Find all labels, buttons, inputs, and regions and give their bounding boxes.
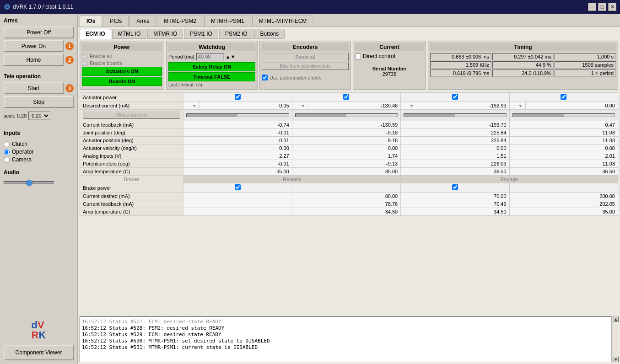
tab-arms[interactable]: Arms bbox=[129, 16, 156, 27]
scale-select[interactable]: 0.20 0.10 0.50 bbox=[28, 112, 50, 120]
dc-val1: 0.05 bbox=[199, 102, 292, 110]
inputs-label: Inputs bbox=[4, 130, 74, 136]
reset-all-button[interactable]: Reset all bbox=[262, 53, 349, 61]
pot-val3: 226.03 bbox=[401, 160, 509, 168]
cf-label: Current feedback (mA) bbox=[80, 121, 183, 129]
brake-power-row: Brake power bbox=[80, 183, 618, 193]
bias-button[interactable]: Bias from potentiometers bbox=[262, 62, 349, 70]
data-table: Actuator power Desired current (mA) ▼ 0.… bbox=[80, 92, 618, 216]
bat-val3: 34.50 bbox=[401, 208, 509, 216]
slider1[interactable] bbox=[186, 113, 289, 117]
scroll-up-button[interactable]: ▲ bbox=[613, 316, 619, 322]
actuator-velocity-row: Actuator velocity (deg/s) 0.00 0.00 0.00… bbox=[80, 145, 618, 152]
power-on-button[interactable]: Power On bbox=[4, 40, 64, 52]
log-line-3: 16:52:12 Status #530: MTMR-PSM1: set des… bbox=[82, 338, 609, 344]
cf-val1: -0.74 bbox=[183, 121, 292, 129]
analog-inputs-row: Analog inputs (V) 2.27 1.74 1.51 2.01 bbox=[80, 152, 618, 160]
bcd-val3: 70.00 bbox=[401, 193, 509, 200]
home-button[interactable]: Home bbox=[4, 54, 64, 66]
use-pot-check-checkbox[interactable] bbox=[262, 75, 268, 80]
brake-power-cb1[interactable] bbox=[183, 183, 292, 193]
ap-val4: 11.08 bbox=[509, 137, 618, 145]
slider4[interactable] bbox=[512, 113, 615, 117]
sub-tab-mtmr-io[interactable]: MTMR IO bbox=[147, 29, 183, 39]
actuator-power-cb1[interactable] bbox=[183, 93, 292, 102]
start-button[interactable]: Start bbox=[4, 82, 64, 94]
scroll-down-button[interactable]: ▼ bbox=[613, 357, 619, 362]
actuator-power-cb4[interactable] bbox=[509, 93, 618, 102]
audio-slider-thumb[interactable] bbox=[26, 180, 32, 186]
maximize-button[interactable]: □ bbox=[598, 3, 606, 11]
tab-mtmr-psm1[interactable]: MTMR-PSM1 bbox=[204, 16, 251, 27]
ap-val3: 225.84 bbox=[401, 137, 509, 145]
actuators-on-button[interactable]: Actuators ON bbox=[82, 67, 162, 76]
camera-radio[interactable] bbox=[4, 157, 10, 163]
direct-control-label: Direct control bbox=[363, 53, 395, 59]
period-input[interactable] bbox=[196, 53, 224, 60]
power-off-button[interactable]: Power Off bbox=[4, 27, 74, 38]
tab-pids[interactable]: PIDs bbox=[103, 16, 129, 27]
boards-on-button[interactable]: Boards ON bbox=[82, 77, 162, 86]
sub-tab-buttons[interactable]: Buttons bbox=[254, 29, 285, 39]
component-viewer-button[interactable]: Component Viewer bbox=[4, 345, 74, 360]
timing-r3c3: 1 > period bbox=[555, 70, 616, 77]
audio-slider-track[interactable] bbox=[4, 181, 54, 184]
slider2-cell[interactable] bbox=[292, 110, 400, 121]
sub-tab-mtml-io[interactable]: MTML IO bbox=[112, 29, 147, 39]
minimize-button[interactable]: ─ bbox=[588, 3, 596, 11]
brakes-label: Brakes bbox=[80, 176, 183, 183]
stop-button[interactable]: Stop bbox=[4, 96, 74, 108]
sub-tab-psm1-io[interactable]: PSM1 IO bbox=[184, 29, 218, 39]
close-button[interactable]: ✕ bbox=[608, 3, 616, 11]
release-button[interactable]: Release bbox=[183, 176, 401, 183]
timing-panel-title: Timing bbox=[430, 43, 616, 51]
reset-current-button[interactable]: Reset current bbox=[83, 111, 180, 119]
ap-val1: -0.01 bbox=[183, 137, 292, 145]
pot-val1: -0.01 bbox=[183, 160, 292, 168]
slider3-cell[interactable] bbox=[401, 110, 509, 121]
bcf-val4: 202.05 bbox=[509, 200, 618, 208]
current-panel: Current Direct control Serial Number 297… bbox=[353, 41, 426, 90]
sub-tab-ecm-io[interactable]: ECM IO bbox=[80, 29, 111, 39]
jp-val1: -0.01 bbox=[183, 129, 292, 137]
tab-mtml-mtmr-ecm[interactable]: MTML-MTMR-ECM bbox=[252, 16, 314, 27]
brakes-row: Brakes Release Engage bbox=[80, 176, 618, 183]
slider2[interactable] bbox=[295, 113, 398, 117]
direct-control-checkbox[interactable] bbox=[355, 54, 361, 59]
top-tabs: IOs PIDs Arms MTML-PSM2 MTMR-PSM1 MTML-M… bbox=[78, 14, 620, 27]
safety-relay-button[interactable]: Safety Relay ON bbox=[168, 62, 255, 71]
ap-val2: -9.18 bbox=[292, 137, 400, 145]
watchdog-panel-title: Watchdog bbox=[168, 43, 255, 51]
operator-radio[interactable] bbox=[4, 149, 10, 155]
bcd-label: Current desired (mA) bbox=[80, 193, 183, 200]
log-line-4: 16:52:12 Status #531: MTMR-PSM1: current… bbox=[82, 344, 609, 350]
slider1-cell[interactable] bbox=[183, 110, 292, 121]
cf-val4: 0.47 bbox=[509, 121, 618, 129]
at-val2: 35.00 bbox=[292, 168, 400, 176]
slider3[interactable] bbox=[404, 113, 506, 117]
actuator-power-cb2[interactable] bbox=[292, 93, 400, 102]
timeout-button[interactable]: Timeout FALSE bbox=[168, 72, 255, 81]
brake-amp-temp-row: Amp temperature (C) 34.50 34.50 35.00 bbox=[80, 208, 618, 216]
timing-r2c3: 1509 samples bbox=[555, 61, 616, 69]
slider4-cell[interactable] bbox=[509, 110, 618, 121]
engage-button[interactable]: Engage bbox=[401, 176, 618, 183]
clutch-radio[interactable] bbox=[4, 141, 10, 147]
enable-boards-checkbox[interactable] bbox=[82, 60, 88, 66]
actuator-power-cb3[interactable] bbox=[401, 93, 509, 102]
pot-val2: -9.13 bbox=[292, 160, 400, 168]
enable-all-checkbox[interactable] bbox=[82, 53, 88, 59]
tab-mtml-psm2[interactable]: MTML-PSM2 bbox=[157, 16, 203, 27]
reset-current-btn-cell[interactable]: Reset current bbox=[80, 110, 183, 121]
brake-power-cb3[interactable] bbox=[401, 183, 509, 193]
tab-ios[interactable]: IOs bbox=[80, 16, 102, 27]
brake-current-desired-row: Current desired (mA) 80.00 70.00 200.00 bbox=[80, 193, 618, 200]
dc-spin3: ▼ bbox=[401, 102, 417, 110]
right-panel: IOs PIDs Arms MTML-PSM2 MTMR-PSM1 MTML-M… bbox=[78, 14, 620, 364]
log-area: 16:52:12 Status #527: ECM: desired state… bbox=[80, 316, 612, 362]
timing-panel: Timing 0.663 ±0.006 ms 0.297 ±0.042 ms 1… bbox=[428, 41, 618, 90]
scroll-track[interactable] bbox=[613, 322, 618, 357]
sub-tab-psm2-io[interactable]: PSM2 IO bbox=[219, 29, 253, 39]
log-scrollbar[interactable]: ▲ ▼ bbox=[613, 316, 618, 362]
timing-r1c3: 1.000 s bbox=[555, 53, 616, 60]
